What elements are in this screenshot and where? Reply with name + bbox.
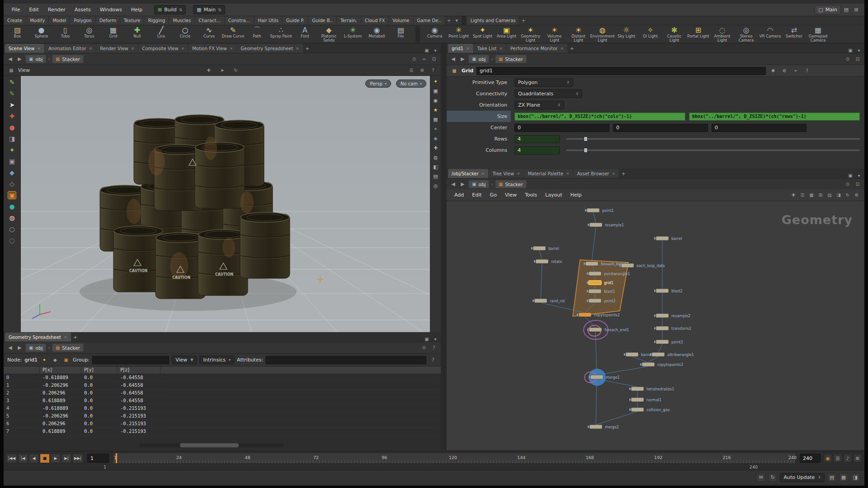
slider-handle[interactable] [584,148,588,153]
center-z-field[interactable]: 0 [712,124,807,132]
shelf-tool[interactable]: ⇄ Switcher [782,26,806,42]
pane-menu-icon[interactable]: ▣ [423,48,431,53]
range-start-label[interactable]: 1 [104,465,106,469]
shelf-tool[interactable]: ✳ L-System [341,26,365,42]
shelf-tab[interactable]: Guide P. [283,16,308,25]
group-input[interactable] [92,356,169,364]
message-log-icon[interactable]: ✉ [756,473,765,482]
path-node-chip[interactable]: ▦ Stacker [495,180,527,188]
settings-gear-icon[interactable]: ⚙ [418,68,426,73]
pane-max-icon[interactable]: ⊡ [854,56,862,61]
table-row[interactable]: 5 -0.206296 0.0 -0.215193 [4,413,441,420]
center-y-field[interactable]: 0 [613,124,708,132]
add-shelf-tab-button[interactable]: + [445,16,453,25]
table-row[interactable]: 3 0.618889 0.0 -0.64558 [4,397,441,405]
close-tab-icon[interactable]: × [560,46,564,51]
shelf-tool[interactable]: ◌ Ambient Light [710,26,734,42]
viewport-display-icon[interactable]: ◉ [434,98,438,103]
shelf-tool[interactable]: ▯ Tube [53,26,77,42]
shelf-tab[interactable]: Modify [26,16,49,25]
viewport-display-icon[interactable]: ✚ [434,145,438,151]
desktop-selector[interactable]: ⊞ Build ⇅ [154,5,186,14]
transport-button[interactable]: ▶| [61,454,71,463]
node-wire[interactable] [658,344,662,352]
scene-selector[interactable]: ▦ Main ⇅ [193,5,225,14]
pin-icon[interactable]: ⊙ [844,182,852,187]
pane-tab[interactable]: Material Palette × [524,169,573,178]
node-wire[interactable] [632,357,648,362]
network-node[interactable]: copytopoints3 [640,362,683,367]
attributes-input[interactable] [266,356,426,364]
scrollbar-thumb[interactable] [180,443,239,447]
viewport-display-icon[interactable]: ★ [434,107,438,113]
network-menu-item[interactable]: Edit [468,191,486,199]
table-row[interactable]: 1 -0.206296 0.0 -0.64558 [4,382,441,389]
network-menu-item[interactable]: Add [450,191,468,199]
display-options-icon[interactable]: ☰ [407,68,415,73]
network-node[interactable]: resample1 [588,223,624,227]
audio-icon[interactable]: ♪ [844,454,852,462]
rows-slider[interactable] [566,138,860,140]
points-mode-icon[interactable]: ◆ [51,357,59,362]
shelf-tool[interactable]: ◉ Camera [423,26,447,42]
shelf-tool[interactable]: ☀ Distant Light [566,26,590,42]
shelf-tool[interactable]: ◎ Torus [77,26,101,42]
viewport-tool-icon[interactable]: ➤ [9,101,15,108]
help-icon[interactable]: ? [803,68,811,73]
selection-box[interactable] [573,260,628,316]
network-node[interactable]: barrel2 [624,352,654,357]
network-node[interactable]: barrel [531,246,559,251]
viewport-tool-icon[interactable]: ✎ [9,79,15,86]
viewport-tool-icon[interactable]: ● [9,124,14,131]
close-tab-icon[interactable]: × [131,46,135,51]
cache-icon[interactable]: ▤ [827,473,836,482]
network-menu-item[interactable]: Help [566,191,586,199]
close-tab-icon[interactable]: × [481,171,485,176]
close-tab-icon[interactable]: × [64,335,67,339]
viewport-tool-icon[interactable]: ◆ [9,169,14,176]
viewport-display-icon[interactable]: ◈ [434,136,437,141]
intrinsics-dropdown[interactable]: Intrinsics▾ [199,356,234,364]
lasso-icon[interactable]: ↻ [232,68,240,73]
pin-icon[interactable]: ⊙ [844,56,852,61]
translate-handle-icon[interactable]: ✚ [205,68,213,73]
network-node[interactable]: point3 [654,340,683,344]
node-wire[interactable] [541,263,542,299]
shelf-tab[interactable]: Terrain. [337,16,361,25]
size-y-expression[interactable]: bbox("../barrel/", D_ZSIZE)*(ch("rows")-… [689,113,860,121]
shelf-tab[interactable]: Constra... [225,16,254,25]
network-menu-item[interactable]: Layout [541,191,566,199]
notes-icon[interactable]: ▤ [826,192,834,197]
network-node[interactable]: transform2 [654,326,691,331]
playback-options-icon[interactable]: ☰ [834,454,842,462]
back-icon[interactable]: ◀ [449,56,457,62]
pane-collapse-icon[interactable]: ▾ [431,48,439,53]
close-tab-icon[interactable]: × [181,46,185,51]
viewport-tool-icon[interactable]: ● [9,203,14,210]
viewport-tool-icon[interactable]: ✦ [9,146,15,154]
help-icon[interactable]: ? [430,345,438,350]
shelf-tab[interactable]: Rigging [144,16,169,25]
network-menu-item[interactable]: Go [486,191,501,199]
close-tab-icon[interactable]: × [466,46,470,51]
menu-item[interactable]: Windows [95,5,127,14]
shelf-tool[interactable]: ● Sphere [29,26,53,42]
gear-icon[interactable]: ⚙ [853,192,861,197]
table-row[interactable]: 7 0.618889 0.0 -0.215193 [4,428,441,436]
close-tab-icon[interactable]: × [230,46,233,51]
path-root-chip[interactable]: ▣ obj [468,180,489,188]
transport-button[interactable]: ▶▶| [72,454,83,463]
pane-tab[interactable]: Performance Monitor × [507,44,567,53]
table-row[interactable]: 2 0.206296 0.0 -0.64558 [4,389,441,397]
pane-tab[interactable]: Composite View × [138,44,188,53]
shelf-tool[interactable]: ▦ Grid [101,26,125,42]
table-row[interactable]: 6 0.206296 0.0 -0.215193 [4,420,441,428]
pane-tab[interactable]: /obj/Stacker × [448,169,488,178]
columns-slider[interactable] [566,150,860,151]
viewport-tool-icon[interactable]: ▣ [9,158,15,165]
shelf-tab-lights-cameras[interactable]: Lights and Cameras [467,16,520,25]
node-name-field[interactable]: grid1 [476,67,766,75]
network-node[interactable]: blast1 [587,289,615,294]
desktop-selector-right[interactable]: ▢ Main [815,5,841,14]
network-menu-item[interactable]: Tools [521,191,541,199]
